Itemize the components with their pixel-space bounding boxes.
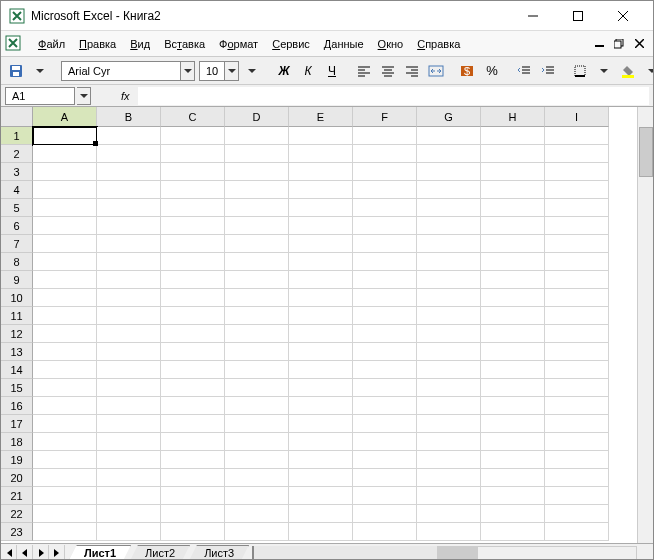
cell-G1[interactable] — [417, 127, 481, 145]
menu-правка[interactable]: Правка — [72, 35, 123, 53]
cell-C9[interactable] — [161, 271, 225, 289]
cell-B17[interactable] — [97, 415, 161, 433]
cell-C10[interactable] — [161, 289, 225, 307]
cell-B10[interactable] — [97, 289, 161, 307]
bold-button[interactable]: Ж — [273, 60, 295, 82]
cell-B3[interactable] — [97, 163, 161, 181]
row-head-16[interactable]: 16 — [1, 397, 33, 415]
tab-prev-button[interactable] — [17, 545, 33, 561]
font-size-button[interactable] — [225, 61, 239, 81]
row-head-6[interactable]: 6 — [1, 217, 33, 235]
row-head-2[interactable]: 2 — [1, 145, 33, 163]
maximize-button[interactable] — [555, 1, 600, 31]
cell-G22[interactable] — [417, 505, 481, 523]
cell-H18[interactable] — [481, 433, 545, 451]
cell-I14[interactable] — [545, 361, 609, 379]
cell-H12[interactable] — [481, 325, 545, 343]
cell-E2[interactable] — [289, 145, 353, 163]
cell-D18[interactable] — [225, 433, 289, 451]
cell-E4[interactable] — [289, 181, 353, 199]
cell-I5[interactable] — [545, 199, 609, 217]
cell-C15[interactable] — [161, 379, 225, 397]
cell-A1[interactable] — [33, 127, 97, 145]
cell-H2[interactable] — [481, 145, 545, 163]
cell-A16[interactable] — [33, 397, 97, 415]
fill-color-dropdown[interactable] — [641, 60, 654, 82]
cell-H7[interactable] — [481, 235, 545, 253]
cell-F7[interactable] — [353, 235, 417, 253]
cell-H21[interactable] — [481, 487, 545, 505]
cell-G19[interactable] — [417, 451, 481, 469]
cell-G7[interactable] — [417, 235, 481, 253]
cell-C7[interactable] — [161, 235, 225, 253]
cell-E19[interactable] — [289, 451, 353, 469]
cell-A2[interactable] — [33, 145, 97, 163]
cell-C23[interactable] — [161, 523, 225, 541]
menu-данные[interactable]: Данные — [317, 35, 371, 53]
cell-B23[interactable] — [97, 523, 161, 541]
cell-F17[interactable] — [353, 415, 417, 433]
font-name-value[interactable]: Arial Cyr — [61, 61, 181, 81]
cell-I15[interactable] — [545, 379, 609, 397]
formula-input[interactable] — [138, 87, 649, 105]
cell-C12[interactable] — [161, 325, 225, 343]
cell-F21[interactable] — [353, 487, 417, 505]
cell-H17[interactable] — [481, 415, 545, 433]
cell-D21[interactable] — [225, 487, 289, 505]
col-head-C[interactable]: C — [161, 107, 225, 127]
cell-H14[interactable] — [481, 361, 545, 379]
cell-I6[interactable] — [545, 217, 609, 235]
cell-I13[interactable] — [545, 343, 609, 361]
close-button[interactable] — [600, 1, 645, 31]
cell-E20[interactable] — [289, 469, 353, 487]
save-button[interactable] — [5, 60, 27, 82]
row-head-17[interactable]: 17 — [1, 415, 33, 433]
minimize-button[interactable] — [510, 1, 555, 31]
cell-D5[interactable] — [225, 199, 289, 217]
cell-G4[interactable] — [417, 181, 481, 199]
cell-A15[interactable] — [33, 379, 97, 397]
sheet-tab-3[interactable]: Лист3 — [189, 545, 249, 561]
cell-I21[interactable] — [545, 487, 609, 505]
borders-dropdown[interactable] — [593, 60, 615, 82]
row-head-20[interactable]: 20 — [1, 469, 33, 487]
cell-B7[interactable] — [97, 235, 161, 253]
align-left-button[interactable] — [353, 60, 375, 82]
sheet-tab-1[interactable]: Лист1 — [69, 545, 131, 561]
cell-E15[interactable] — [289, 379, 353, 397]
cell-B8[interactable] — [97, 253, 161, 271]
font-size-value[interactable]: 10 — [199, 61, 225, 81]
cell-F12[interactable] — [353, 325, 417, 343]
cell-B6[interactable] — [97, 217, 161, 235]
row-head-12[interactable]: 12 — [1, 325, 33, 343]
cell-A21[interactable] — [33, 487, 97, 505]
cell-B11[interactable] — [97, 307, 161, 325]
col-head-F[interactable]: F — [353, 107, 417, 127]
cell-I18[interactable] — [545, 433, 609, 451]
cell-D11[interactable] — [225, 307, 289, 325]
cell-A5[interactable] — [33, 199, 97, 217]
cell-C19[interactable] — [161, 451, 225, 469]
currency-button[interactable]: $ — [457, 60, 479, 82]
cell-H9[interactable] — [481, 271, 545, 289]
doc-close-button[interactable] — [631, 36, 647, 52]
align-right-button[interactable] — [401, 60, 423, 82]
row-head-21[interactable]: 21 — [1, 487, 33, 505]
cell-D20[interactable] — [225, 469, 289, 487]
cell-G13[interactable] — [417, 343, 481, 361]
menu-сервис[interactable]: Сервис — [265, 35, 317, 53]
cell-A14[interactable] — [33, 361, 97, 379]
cell-B16[interactable] — [97, 397, 161, 415]
cell-E1[interactable] — [289, 127, 353, 145]
tab-next-button[interactable] — [33, 545, 49, 561]
cell-C8[interactable] — [161, 253, 225, 271]
row-head-10[interactable]: 10 — [1, 289, 33, 307]
cell-F3[interactable] — [353, 163, 417, 181]
cell-C16[interactable] — [161, 397, 225, 415]
cell-F15[interactable] — [353, 379, 417, 397]
cell-A20[interactable] — [33, 469, 97, 487]
cell-A6[interactable] — [33, 217, 97, 235]
cell-G8[interactable] — [417, 253, 481, 271]
cell-G11[interactable] — [417, 307, 481, 325]
cell-G15[interactable] — [417, 379, 481, 397]
